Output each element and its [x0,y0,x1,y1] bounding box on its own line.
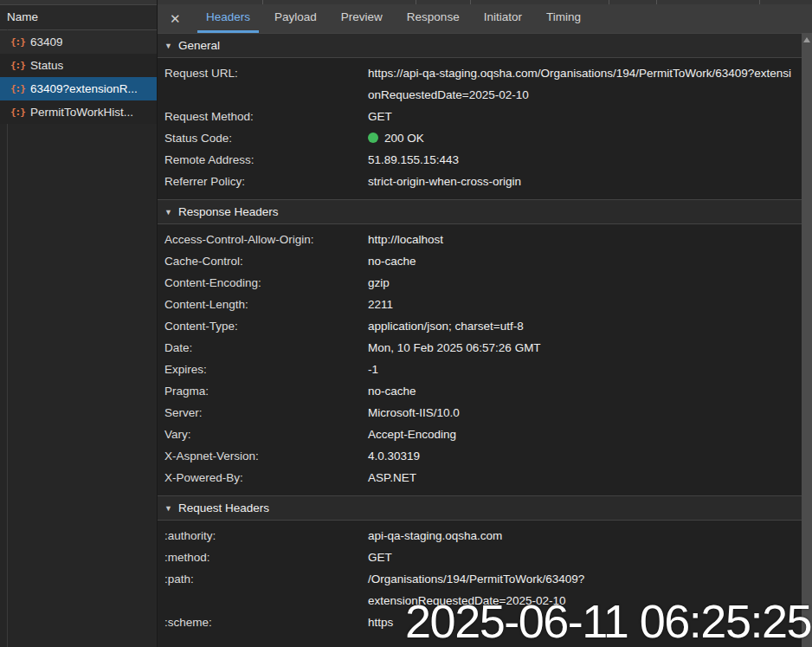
headers-section: ▼GeneralRequest URL:https://api-qa-stagi… [158,33,802,199]
header-row: Cache-Control:no-cache [158,250,802,272]
header-value: 200 OK [368,127,802,149]
tab-timing[interactable]: Timing [538,4,590,33]
header-value: -1 [368,359,802,380]
header-value: https [368,611,802,633]
header-name: Request Method: [158,106,368,127]
section-header[interactable]: ▼Request Headers [158,495,802,521]
header-name: Request URL: [158,62,368,106]
request-list-item[interactable]: {:}63409?extensionR... [0,77,157,100]
section-header[interactable]: ▼Response Headers [158,199,802,224]
header-name: :path: [158,568,368,611]
header-name: :method: [158,547,368,568]
header-name: Content-Length: [158,294,368,315]
tab-headers[interactable]: Headers [197,4,259,33]
tab-preview[interactable]: Preview [332,4,391,33]
header-name: Status Code: [158,127,368,149]
header-value: ASP.NET [368,467,802,488]
header-value: https://api-qa-staging.oqsha.com/Organis… [368,62,802,106]
header-row: Date:Mon, 10 Feb 2025 06:57:26 GMT [158,337,802,359]
header-value: 51.89.155.15:443 [368,149,802,171]
header-name: Date: [158,337,368,359]
header-row: Remote Address:51.89.155.15:443 [158,149,802,171]
headers-section: ▼Response HeadersAccess-Control-Allow-Or… [158,199,802,495]
scroll-up-arrow-icon[interactable] [803,37,810,42]
request-list-item[interactable]: {:}PermitToWorkHist... [0,100,157,124]
request-list: {:}63409{:}Status{:}63409?extensionR...{… [0,30,157,124]
header-name: Remote Address: [158,149,368,171]
header-row: Access-Control-Allow-Origin:http://local… [158,229,802,250]
header-row: Status Code:200 OK [158,127,802,149]
header-name: Expires: [158,359,368,380]
detail-tabs: HeadersPayloadPreviewResponseInitiatorTi… [194,4,593,33]
header-name: Referrer Policy: [158,171,368,192]
request-name: Status [30,59,63,72]
header-row: :method:GET [158,547,802,568]
header-value: Microsoft-IIS/10.0 [368,402,802,424]
request-name: 63409?extensionR... [30,82,138,95]
header-value-line: /Organisations/194/PermitToWork/63409? [368,568,796,590]
column-divider [262,0,263,4]
json-braces-icon: {:} [10,107,25,118]
header-row: Referrer Policy:strict-origin-when-cross… [158,171,802,192]
header-value: 4.0.30319 [368,445,802,467]
network-request-sidebar: Name {:}63409{:}Status{:}63409?extension… [0,0,158,647]
header-name: Cache-Control: [158,250,368,272]
vertical-scrollbar[interactable] [802,33,812,647]
header-name: X-Aspnet-Version: [158,445,368,467]
section-title: Response Headers [178,205,279,218]
section-title: Request Headers [178,501,269,514]
header-value: strict-origin-when-cross-origin [368,171,802,192]
request-list-item[interactable]: {:}Status [0,54,157,77]
section-header[interactable]: ▼General [158,33,802,58]
tab-initiator[interactable]: Initiator [475,4,531,33]
header-row: :scheme:https [158,611,802,633]
header-row: Request URL:https://api-qa-staging.oqsha… [158,62,802,106]
tab-response[interactable]: Response [398,4,468,33]
column-divider [656,0,657,4]
header-name: Content-Encoding: [158,272,368,294]
column-divider [416,0,416,4]
header-row: Pragma:no-cache [158,380,802,402]
name-column-label: Name [7,10,38,23]
request-detail-panel: ✕ HeadersPayloadPreviewResponseInitiator… [158,0,812,647]
header-name: Access-Control-Allow-Origin: [158,229,368,250]
request-list-item[interactable]: {:}63409 [0,30,157,54]
header-value: no-cache [368,380,802,402]
header-name: Content-Type: [158,315,368,337]
header-value: Accept-Encoding [368,424,802,445]
header-name: Server: [158,402,368,424]
header-value: http://localhost [368,229,802,250]
collapse-caret-icon: ▼ [164,42,172,50]
json-braces-icon: {:} [10,60,25,71]
header-row: Content-Encoding:gzip [158,272,802,294]
request-name: PermitToWorkHist... [30,106,133,119]
tab-payload[interactable]: Payload [266,4,325,33]
devtools-network-panel: Name {:}63409{:}Status{:}63409?extension… [0,0,812,647]
section-body: :authority:api-qa-staging.oqsha.com:meth… [158,521,802,640]
header-row: Server:Microsoft-IIS/10.0 [158,402,802,424]
headers-section: ▼Request Headers:authority:api-qa-stagin… [158,495,802,640]
header-row: X-Powered-By:ASP.NET [158,467,802,488]
header-row: Request Method:GET [158,106,802,127]
header-value: application/json; charset=utf-8 [368,315,802,337]
name-column-header[interactable]: Name [0,4,157,30]
json-braces-icon: {:} [10,83,25,94]
column-divider [470,0,471,4]
column-divider-strip [158,0,812,4]
close-icon[interactable]: ✕ [170,4,184,33]
section-title: General [178,39,220,52]
collapse-caret-icon: ▼ [164,504,172,513]
header-value: /Organisations/194/PermitToWork/63409?ex… [368,568,802,611]
header-name: :authority: [158,525,368,547]
column-divider [759,0,760,4]
header-row: Vary:Accept-Encoding [158,424,802,445]
header-name: X-Powered-By: [158,467,368,488]
header-row: :path:/Organisations/194/PermitToWork/63… [158,568,802,611]
header-row: Content-Length:2211 [158,294,802,315]
header-value: gzip [368,272,802,294]
section-body: Request URL:https://api-qa-staging.oqsha… [158,58,802,199]
json-braces-icon: {:} [10,36,25,48]
header-name: :scheme: [158,611,368,633]
header-row: Expires:-1 [158,359,802,380]
header-row: :authority:api-qa-staging.oqsha.com [158,525,802,547]
